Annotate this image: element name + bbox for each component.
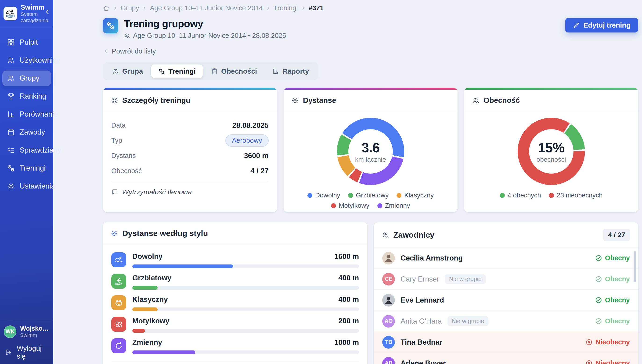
details-body: Data 28.08.2025 Typ Aerobowy Dystans 360… <box>103 111 277 196</box>
legend-dot <box>348 193 353 198</box>
tab-obecnosci[interactable]: Obecności <box>204 64 264 78</box>
card-header: Dystanse według stylu <box>103 222 367 244</box>
athlete-row-anita-ohara[interactable]: AO Anita O'Hara Nie w grupie Obecny <box>374 311 638 332</box>
edit-training-button[interactable]: Edytuj trening <box>565 18 638 32</box>
grid-icon <box>7 38 15 46</box>
breadcrumb-group[interactable]: Age Group 10–11 Junior Novice 2014 <box>150 4 263 12</box>
sidebar-item-label: Porównanie <box>20 110 58 118</box>
attendance-count-badge: 4 / 27 <box>603 229 630 241</box>
style-name: Motylkowy <box>132 317 169 325</box>
athlete-initials-avatar: AB <box>382 357 395 364</box>
tab-bar: Grupa Treningi Obecności Raporty <box>103 62 318 80</box>
tab-grupa[interactable]: Grupa <box>105 64 150 78</box>
style-value: 1000 m <box>334 338 359 347</box>
legend-label: Klasyczny <box>404 192 434 199</box>
status-present: Obecny <box>595 275 630 283</box>
not-in-group-badge: Nie w grupie <box>445 274 486 284</box>
style-row-zmienny: Zmienny1000 m <box>111 333 359 354</box>
progress-track <box>132 350 359 354</box>
back-to-list-label: Powrót do listy <box>112 48 156 55</box>
style-row-grzbietowy: Grzbietowy400 m <box>111 268 359 290</box>
distances-card: Dystanse 3.6 km łącznie Dowolny Grzbieto… <box>284 88 458 212</box>
detail-row-typ: Typ Aerobowy <box>111 133 269 148</box>
legend-item: 4 obecnych <box>500 192 541 199</box>
progress-track <box>132 329 359 333</box>
sidebar-item-ustawienia[interactable]: Ustawienia <box>2 178 51 194</box>
athlete-row-arlene-boyer[interactable]: AB Arlene Boyer Nieobecny <box>374 353 638 364</box>
sidebar-item-treningi[interactable]: Treningi <box>2 160 51 176</box>
card-accent-strip <box>103 88 277 90</box>
attendance-donut-section: 15% obecności 4 obecnych 23 nieobecnych <box>464 111 638 199</box>
main-content: Grupy Age Group 10–11 Junior Novice 2014… <box>53 0 642 364</box>
tab-raporty[interactable]: Raporty <box>265 64 316 78</box>
tab-treningi[interactable]: Treningi <box>151 64 203 78</box>
athlete-row-cary-ernser[interactable]: CE Cary Ernser Nie w grupie Obecny <box>374 269 638 290</box>
athlete-photo-avatar <box>382 252 395 264</box>
card-header: Zawodnicy 4 / 27 <box>374 222 638 248</box>
card-title: Dystanse według stylu <box>122 229 208 238</box>
sidebar-item-ranking[interactable]: Ranking <box>2 88 51 104</box>
dumbbell-icon <box>7 164 15 172</box>
back-to-list-link[interactable]: Powrót do listy <box>103 48 156 55</box>
home-icon[interactable] <box>103 5 110 12</box>
sidebar-item-label: Ustawienia <box>20 182 55 190</box>
logout-button[interactable]: Wyloguj się <box>4 344 50 360</box>
sidebar-item-uzytkownicy[interactable]: Użytkownicy <box>2 52 51 68</box>
list-scrollbar-thumb[interactable] <box>633 251 636 282</box>
breadcrumb-grupy[interactable]: Grupy <box>121 4 139 12</box>
app-logo: SWIMMING <box>4 7 17 20</box>
tab-label: Obecności <box>221 67 257 75</box>
status-label: Obecny <box>605 254 630 262</box>
legend-label: 23 nieobecnych <box>557 192 602 199</box>
style-name: Klasyczny <box>132 295 168 304</box>
x-circle-icon <box>585 338 593 346</box>
styles-distances-card: Dystanse według stylu Dowolny1600 m <box>103 222 367 364</box>
detail-row-obecnosc: Obecność 4 / 27 <box>111 163 269 178</box>
sidebar-item-porownanie[interactable]: Porównanie <box>2 106 51 122</box>
sidebar-collapse-button[interactable] <box>44 8 51 16</box>
status-label: Nieobecny <box>595 338 630 346</box>
sidebar-item-label: Zawody <box>20 128 45 136</box>
style-value: 400 m <box>338 274 359 282</box>
org-row[interactable]: WK Wojskowy Klub Sportowy ... Swimm <box>4 325 50 338</box>
sidebar-item-label: Pulpit <box>20 38 38 46</box>
style-row-content: Grzbietowy400 m <box>132 274 359 290</box>
org-avatar: WK <box>4 326 16 338</box>
legend-item: Zmienny <box>377 202 410 209</box>
breadcrumb-treningi[interactable]: Treningi <box>274 4 298 12</box>
athlete-row-eve-lennard[interactable]: Eve Lennard Obecny <box>374 290 638 311</box>
users-icon <box>472 97 479 104</box>
svg-text:SWIMMING: SWIMMING <box>6 15 15 17</box>
athlete-name: Cecilia Armstrong <box>400 254 463 262</box>
trophy-icon <box>7 92 15 100</box>
status-absent: Nieobecny <box>585 359 630 364</box>
sidebar-item-grupy[interactable]: Grupy <box>2 70 51 86</box>
athlete-name: Anita O'Hara <box>400 317 442 326</box>
butterfly-icon <box>111 317 126 332</box>
training-note-text: Wytrzymałość tlenowa <box>122 188 192 196</box>
athlete-row-cecilia-armstrong[interactable]: Cecilia Armstrong Obecny <box>374 248 638 269</box>
card-accent-strip <box>284 88 458 90</box>
sidebar-item-zawody[interactable]: Zawody <box>2 124 51 140</box>
legend-dot <box>549 193 554 198</box>
card-title: Zawodnicy <box>393 230 434 240</box>
detail-label: Typ <box>111 137 122 144</box>
legend-item: Klasyczny <box>396 192 434 199</box>
style-row-content: Klasyczny400 m <box>132 295 359 311</box>
sidebar-item-pulpit[interactable]: Pulpit <box>2 34 51 50</box>
page-subtitle: Age Group 10–11 Junior Novice 2014 • 28.… <box>124 32 286 40</box>
check-circle-icon <box>595 254 602 262</box>
style-value: 400 m <box>338 295 359 304</box>
athlete-row-tina-bednar[interactable]: TB Tina Bednar Nieobecny <box>374 332 638 353</box>
legend-label: Motylkowy <box>339 202 369 209</box>
cycle-icon <box>111 338 126 353</box>
card-title: Obecność <box>483 96 520 105</box>
sidebar-item-sprawdziany[interactable]: Sprawdziany <box>2 142 51 158</box>
card-title: Szczegóły treningu <box>122 96 191 105</box>
style-row-klasyczny: Klasyczny400 m <box>111 290 359 311</box>
swimmer-icon <box>111 252 126 267</box>
style-value: 1600 m <box>334 252 359 261</box>
checklist-icon <box>7 146 15 154</box>
legend-item: 23 nieobecnych <box>549 192 602 199</box>
progress-track <box>132 286 359 290</box>
